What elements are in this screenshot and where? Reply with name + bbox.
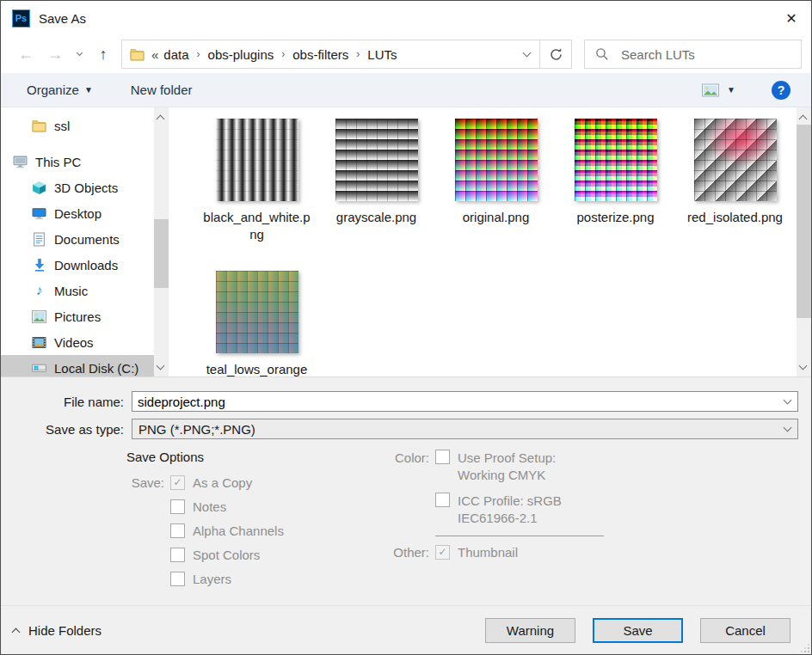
chevron-down-icon [777, 427, 797, 431]
sidebar-item-downloads[interactable]: Downloads [1, 252, 154, 278]
address-dropdown-button[interactable] [514, 40, 539, 68]
option-row-alpha-channels: Alpha Channels [126, 518, 284, 542]
refresh-icon [549, 47, 563, 62]
window-title: Save As [39, 11, 86, 26]
help-button[interactable]: ? [772, 81, 790, 100]
history-dropdown-button[interactable] [70, 40, 89, 69]
alpha-channels-checkbox[interactable] [170, 523, 185, 538]
save-options-group: Save Options Save: ✓ As a Copy Notes Alp… [126, 450, 284, 591]
change-view-button[interactable]: ▼ [702, 83, 735, 97]
color-options-group: Color: Use Proof Setup: Working CMYK ICC… [390, 450, 604, 560]
sidebar-item-videos[interactable]: Videos [1, 329, 154, 355]
file-name-label: teal_lows_orange [206, 361, 308, 376]
organize-menu-button[interactable]: Organize ▼ [27, 83, 93, 97]
refresh-button[interactable] [539, 40, 571, 68]
chevron-down-icon [783, 396, 791, 405]
scroll-down-icon[interactable] [799, 362, 808, 370]
color-prefix-label: Color: [390, 450, 429, 465]
file-name-row: File name: [1, 391, 811, 412]
search-input[interactable] [619, 46, 794, 63]
sidebar-item-label: Desktop [54, 206, 102, 221]
back-button[interactable]: ← [11, 40, 40, 69]
option-row-spot-colors: Spot Colors [126, 542, 284, 566]
file-item-original[interactable]: original.png [436, 119, 556, 260]
thumbnail-checkbox[interactable]: ✓ [435, 545, 450, 560]
content-area: ssl This PC 3D Objects Desktop Documents… [1, 107, 811, 376]
sidebar-item-this-pc[interactable]: This PC [1, 149, 154, 174]
sidebar-item-desktop[interactable]: Desktop [1, 200, 154, 226]
spot-colors-checkbox[interactable] [170, 548, 185, 562]
dialog-footer: Hide Folders Warning Save Cancel [1, 605, 811, 654]
file-name-input[interactable] [132, 395, 777, 409]
file-item-grayscale[interactable]: grayscale.png [317, 119, 436, 260]
scroll-up-icon[interactable] [799, 115, 808, 124]
new-folder-button[interactable]: New folder [131, 83, 193, 97]
use-proof-setup-line2: Working CMYK [458, 468, 545, 482]
sidebar-item-label: ssl [54, 119, 70, 133]
scroll-up-icon[interactable] [157, 115, 165, 124]
breadcrumb-item-obs-filters[interactable]: obs-filters [291, 47, 350, 62]
breadcrumb-item-luts[interactable]: LUTs [366, 47, 398, 62]
file-thumbnail [455, 119, 538, 201]
save-button[interactable]: Save [593, 618, 683, 643]
use-proof-setup-checkbox[interactable] [435, 450, 450, 464]
up-button[interactable]: ↑ [89, 40, 118, 69]
scrollbar-thumb[interactable] [797, 125, 811, 318]
close-icon[interactable]: ✕ [772, 1, 811, 35]
folder-icon [32, 119, 46, 133]
sidebar-item-documents[interactable]: Documents [1, 226, 154, 252]
sidebar-item-music[interactable]: ♪ Music [1, 278, 154, 303]
option-row-as-a-copy: Save: ✓ As a Copy [126, 470, 284, 494]
as-a-copy-checkbox[interactable]: ✓ [170, 475, 185, 490]
new-folder-label: New folder [131, 83, 193, 97]
sidebar-item-3d-objects[interactable]: 3D Objects [1, 174, 154, 200]
option-row-thumbnail: Other: ✓ Thumbnail [390, 544, 604, 560]
file-thumbnail [575, 119, 657, 201]
address-bar: ← → ↑ « data › obs-plugins › obs-filters… [1, 35, 811, 73]
up-arrow-icon: ↑ [100, 46, 108, 62]
file-list-scrollbar[interactable] [797, 107, 811, 376]
breadcrumb-item-data[interactable]: data [162, 47, 190, 62]
sidebar-scrollbar[interactable] [154, 107, 169, 376]
hide-folders-button[interactable]: Hide Folders [13, 623, 102, 638]
notes-checkbox[interactable] [170, 499, 185, 514]
hard-drive-icon [32, 361, 46, 376]
music-note-icon: ♪ [32, 284, 46, 298]
scroll-down-icon[interactable] [157, 362, 165, 370]
file-thumbnail [694, 119, 777, 201]
scrollbar-thumb[interactable] [154, 219, 169, 288]
desktop-icon [32, 206, 46, 221]
file-name-label: original.png [463, 209, 530, 226]
forward-arrow-icon: → [47, 46, 63, 62]
film-icon [32, 335, 46, 350]
sidebar-item-label: Pictures [54, 309, 101, 324]
icc-profile-checkbox[interactable] [435, 493, 450, 507]
notes-label: Notes [193, 499, 226, 514]
file-item-teal-lows-orange[interactable]: teal_lows_orange [197, 271, 317, 376]
file-item-black-and-white[interactable]: black_and_white.png [197, 119, 317, 260]
title-bar: Ps Save As ✕ [1, 1, 811, 35]
layers-checkbox[interactable] [170, 572, 185, 586]
sidebar-item-ssl[interactable]: ssl [1, 113, 154, 138]
breadcrumb-overflow-glyph[interactable]: « [151, 47, 162, 62]
cancel-button[interactable]: Cancel [700, 618, 790, 643]
sidebar-item-pictures[interactable]: Pictures [1, 303, 154, 329]
file-item-posterize[interactable]: posterize.png [556, 119, 675, 260]
save-as-dialog: Ps Save As ✕ ← → ↑ « data › obs-plugins … [0, 0, 812, 655]
file-item-red-isolated[interactable]: red_isolated.png [675, 119, 795, 260]
option-row-layers: Layers [126, 566, 284, 591]
chevron-down-icon [783, 424, 791, 432]
resize-grip[interactable] [808, 651, 809, 652]
sidebar-item-label: This PC [35, 155, 81, 169]
warning-button[interactable]: Warning [485, 618, 575, 643]
sidebar-item-label: Videos [54, 335, 94, 350]
file-name-dropdown-button[interactable] [777, 400, 797, 403]
hide-folders-label: Hide Folders [28, 623, 102, 638]
option-row-use-proof-setup: Color: Use Proof Setup: Working CMYK [390, 450, 604, 484]
save-prefix-label: Save: [126, 475, 164, 490]
breadcrumb-item-obs-plugins[interactable]: obs-plugins [206, 47, 276, 62]
forward-button[interactable]: → [40, 40, 70, 69]
save-panel: File name: Save as type: PNG (*.PNG;*.PN… [1, 376, 811, 654]
save-as-type-select[interactable]: PNG (*.PNG;*.PNG) [132, 419, 798, 439]
chevron-up-icon [12, 627, 21, 636]
